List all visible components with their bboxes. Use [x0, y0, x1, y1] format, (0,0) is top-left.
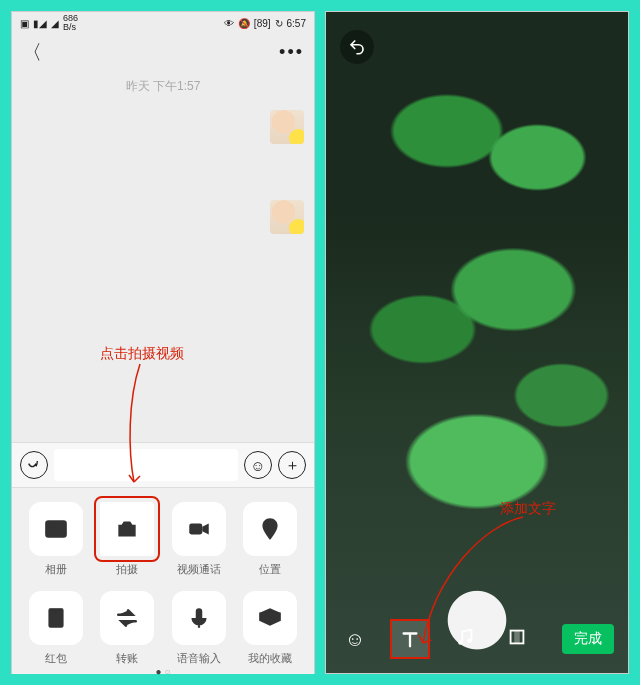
back-button[interactable]: 〈 [22, 39, 42, 66]
attach-location[interactable]: 位置 [240, 502, 300, 577]
attachment-row: 相册 拍摄 视频通话 位置 [12, 488, 314, 577]
chat-timestamp: 昨天 下午1:57 [22, 78, 304, 95]
signal-icon-2: ◢ [51, 18, 59, 29]
photo-preview [326, 12, 628, 673]
status-bar: ▣ ▮◢ ◢ 686 B/s 👁 🔕 [89] ↻ 6:57 [12, 12, 314, 34]
attach-red-packet[interactable]: 红包 [26, 591, 86, 666]
status-right: 👁 🔕 [89] ↻ 6:57 [224, 18, 306, 29]
status-time: 6:57 [287, 18, 306, 29]
attach-favorites[interactable]: 我的收藏 [240, 591, 300, 666]
attach-label: 视频通话 [169, 562, 229, 577]
message-avatar[interactable] [270, 110, 304, 144]
net-speed: 686 B/s [63, 14, 78, 32]
svg-rect-9 [514, 630, 520, 643]
attach-album[interactable]: 相册 [26, 502, 86, 577]
message-input[interactable] [54, 449, 238, 481]
attach-label: 语音输入 [169, 651, 229, 666]
plus-icon[interactable]: ＋ [278, 451, 306, 479]
done-button[interactable]: 完成 [562, 624, 614, 654]
annotation-add-text: 添加文字 [500, 500, 556, 518]
editor-toolbar: ☺ 完成 [326, 615, 628, 663]
eye-icon: 👁 [224, 18, 234, 29]
hd-icon: ▣ [20, 18, 29, 29]
emoji-tool-icon[interactable]: ☺ [340, 628, 370, 651]
more-button[interactable]: ••• [279, 42, 304, 63]
svg-point-3 [268, 523, 273, 528]
status-left: ▣ ▮◢ ◢ 686 B/s [20, 14, 78, 32]
attach-label: 红包 [26, 651, 86, 666]
crop-tool-icon[interactable] [502, 626, 532, 653]
attachment-panel: 相册 拍摄 视频通话 位置 红包 转账 [12, 488, 314, 674]
attach-label: 转账 [97, 651, 157, 666]
music-tool-icon[interactable] [450, 626, 480, 653]
attach-transfer[interactable]: 转账 [97, 591, 157, 666]
message-avatar[interactable] [270, 200, 304, 234]
attach-label: 位置 [240, 562, 300, 577]
battery-icon: [89] [254, 18, 271, 29]
svg-point-6 [458, 640, 463, 645]
undo-button[interactable] [340, 30, 374, 64]
svg-rect-2 [189, 524, 202, 535]
chat-messages: 昨天 下午1:57 [12, 70, 314, 442]
page-indicator: ● ○ [12, 666, 314, 683]
annotation-tap-record: 点击拍摄视频 [100, 345, 184, 363]
attach-label: 拍摄 [97, 562, 157, 577]
mute-icon: 🔕 [238, 18, 250, 29]
emoji-icon[interactable]: ☺ [244, 451, 272, 479]
attachment-row: 红包 转账 语音输入 我的收藏 [12, 577, 314, 666]
signal-icon: ▮◢ [33, 18, 47, 29]
svg-point-1 [124, 527, 131, 534]
phone-screenshot-editor: ☺ 完成 [325, 11, 629, 674]
chat-navbar: 〈 ••• [12, 34, 314, 70]
attach-label: 我的收藏 [240, 651, 300, 666]
chat-input-bar: ☺ ＋ [12, 442, 314, 488]
clock-icon: ↻ [275, 18, 283, 29]
phone-screenshot-chat: ▣ ▮◢ ◢ 686 B/s 👁 🔕 [89] ↻ 6:57 〈 ••• 昨天 … [11, 11, 315, 674]
attach-video-call[interactable]: 视频通话 [169, 502, 229, 577]
svg-point-7 [467, 638, 472, 643]
text-tool-icon[interactable] [392, 621, 428, 657]
attach-voice-input[interactable]: 语音输入 [169, 591, 229, 666]
attach-label: 相册 [26, 562, 86, 577]
voice-toggle-icon[interactable] [20, 451, 48, 479]
attach-camera[interactable]: 拍摄 [97, 502, 157, 577]
